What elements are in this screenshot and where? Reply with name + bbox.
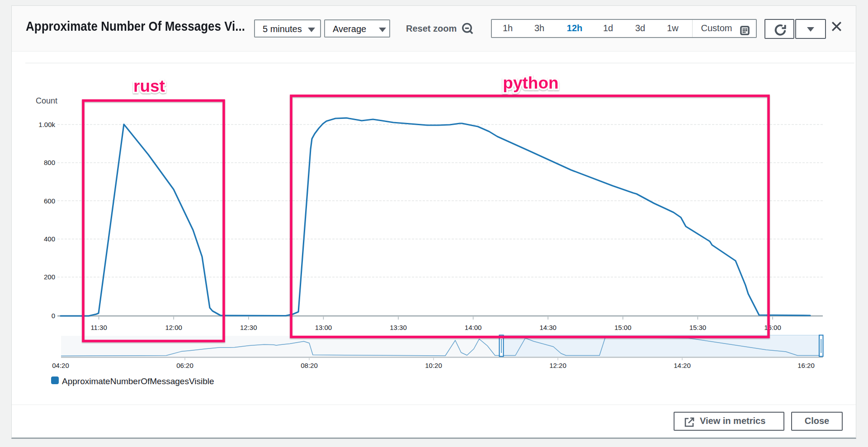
svg-text:200: 200 xyxy=(44,273,55,281)
svg-text:ApproximateNumberOfMessagesVis: ApproximateNumberOfMessagesVisible xyxy=(62,376,214,386)
svg-text:14:20: 14:20 xyxy=(674,362,691,369)
svg-text:12:20: 12:20 xyxy=(549,362,566,369)
svg-text:13:30: 13:30 xyxy=(390,324,407,331)
svg-text:16:00: 16:00 xyxy=(764,324,781,331)
svg-text:800: 800 xyxy=(44,159,55,166)
svg-text:13:00: 13:00 xyxy=(315,324,332,331)
svg-text:15:30: 15:30 xyxy=(689,324,707,331)
svg-text:12:30: 12:30 xyxy=(240,324,257,331)
svg-text:Count: Count xyxy=(36,96,57,105)
svg-text:0: 0 xyxy=(52,312,55,320)
svg-text:08:20: 08:20 xyxy=(301,362,318,369)
svg-text:06:20: 06:20 xyxy=(176,362,193,369)
svg-text:400: 400 xyxy=(44,235,55,243)
svg-text:10:20: 10:20 xyxy=(425,362,442,369)
svg-text:14:30: 14:30 xyxy=(539,324,557,331)
svg-text:python: python xyxy=(503,74,558,92)
svg-text:04:20: 04:20 xyxy=(52,362,69,369)
svg-text:12:00: 12:00 xyxy=(165,324,182,331)
svg-text:rust: rust xyxy=(133,77,165,95)
svg-text:15:00: 15:00 xyxy=(614,324,632,331)
svg-text:16:20: 16:20 xyxy=(797,362,815,369)
svg-text:14:00: 14:00 xyxy=(465,324,482,331)
svg-text:600: 600 xyxy=(44,197,55,205)
svg-text:11:30: 11:30 xyxy=(90,324,107,331)
svg-text:1.00k: 1.00k xyxy=(38,121,55,128)
